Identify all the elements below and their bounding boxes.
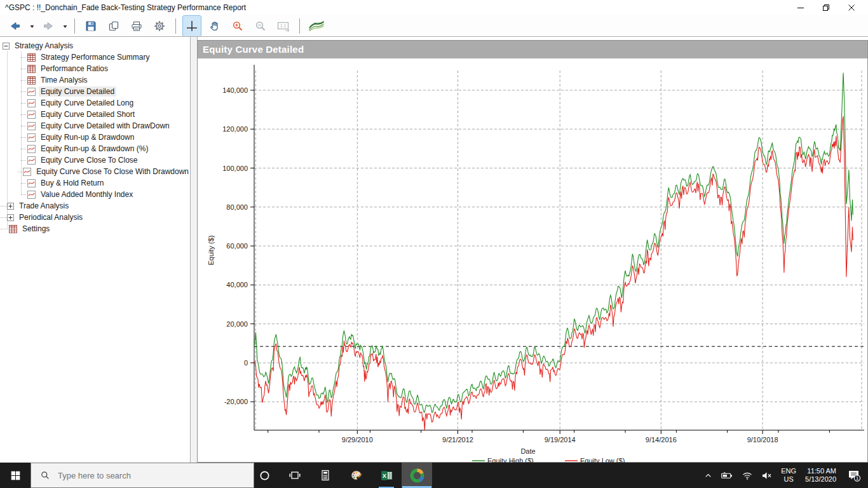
tray-language-switcher[interactable]: ENGUS xyxy=(776,467,801,484)
save-button[interactable] xyxy=(82,16,100,36)
svg-text:X: X xyxy=(382,472,386,479)
crosshair-icon xyxy=(185,19,199,33)
zoom-in-button[interactable] xyxy=(229,16,247,36)
tree-item-label: Value Added Monthly Index xyxy=(39,189,135,200)
tree-item-settings[interactable]: Settings xyxy=(0,223,191,234)
tree-item-label: Equity Curve Detailed xyxy=(39,86,116,97)
equity-curve-chart[interactable]: 140,000120,000100,00080,00060,00040,0002… xyxy=(198,58,867,463)
expand-icon[interactable] xyxy=(7,203,14,210)
tree-item-label: Equity Curve Detailed with DrawDown xyxy=(39,121,172,131)
minimize-icon xyxy=(797,4,804,11)
svg-text:120,000: 120,000 xyxy=(222,125,248,133)
tray-wifi-button[interactable] xyxy=(738,471,757,480)
tree-item-label: Equity Run-up & Drawdown xyxy=(39,132,136,142)
minimize-button[interactable] xyxy=(788,0,813,15)
table-icon xyxy=(27,65,36,73)
tree-item-equity-curve-close-to-close-with-drawdown[interactable]: Equity Curve Close To Close With Drawdow… xyxy=(0,166,191,177)
tree-item-equity-curve-detailed-long[interactable]: Equity Curve Detailed Long xyxy=(0,97,191,109)
svg-text:Date: Date xyxy=(520,447,535,455)
tree-item-trade-analysis[interactable]: Trade Analysis xyxy=(0,200,191,212)
collapse-icon[interactable] xyxy=(3,43,10,50)
tray-clock[interactable]: 11:50 AM5/13/2020 xyxy=(801,467,843,484)
chart-icon xyxy=(27,133,36,142)
tree-item-value-added-monthly-index[interactable]: Value Added Monthly Index xyxy=(0,189,191,200)
taskbar-excel-button[interactable]: X xyxy=(371,463,402,488)
zoom-in-icon xyxy=(231,20,244,32)
nav-forward-dropdown[interactable] xyxy=(60,16,69,36)
app-logo xyxy=(307,16,327,36)
tree-connector xyxy=(1,206,7,207)
chart-icon xyxy=(27,156,36,165)
tree-connector xyxy=(21,80,26,81)
tray-chevron-up-button[interactable] xyxy=(700,471,717,480)
restore-button[interactable] xyxy=(813,0,839,15)
svg-text:140,000: 140,000 xyxy=(222,86,248,94)
search-input[interactable] xyxy=(57,470,237,481)
svg-text:60,000: 60,000 xyxy=(226,242,248,250)
tree-item-equity-curve-detailed-with-drawdown[interactable]: Equity Curve Detailed with DrawDown xyxy=(0,120,191,132)
date-label: 5/13/2020 xyxy=(805,475,836,483)
tree-item-buy-hold-return[interactable]: Buy & Hold Return xyxy=(0,177,191,189)
copy-button[interactable] xyxy=(105,16,123,36)
taskbar-search[interactable] xyxy=(31,463,254,488)
close-button[interactable] xyxy=(839,0,864,15)
paint-icon xyxy=(349,469,363,482)
tree-item-performance-ratios[interactable]: Performance Ratios xyxy=(0,63,191,74)
tree-item-equity-curve-detailed-short[interactable]: Equity Curve Detailed Short xyxy=(0,109,191,120)
start-button[interactable] xyxy=(0,463,31,488)
hand-icon xyxy=(208,20,221,32)
tree-item-strategy-analysis[interactable]: Strategy Analysis xyxy=(0,40,191,51)
tree-item-equity-curve-detailed[interactable]: Equity Curve Detailed xyxy=(0,86,191,97)
tree-item-label: Time Analysis xyxy=(39,75,90,85)
tree-connector xyxy=(21,160,26,161)
svg-text:0: 0 xyxy=(244,359,248,367)
settings-button[interactable] xyxy=(151,16,168,36)
nav-back-button[interactable] xyxy=(6,16,24,36)
tree-connector xyxy=(21,103,26,104)
tree-connector xyxy=(1,217,7,218)
toolbar: 1:1 xyxy=(0,15,868,36)
svg-text:9/10/2018: 9/10/2018 xyxy=(747,436,778,444)
tree-item-equity-run-up-drawdown[interactable]: Equity Run-up & Drawdown (%) xyxy=(0,143,191,154)
chart-panel: Equity Curve Detailed 140,000120,000100,… xyxy=(197,40,868,463)
chart-title: Equity Curve Detailed xyxy=(198,41,867,58)
print-icon xyxy=(130,20,143,32)
toolbar-separator xyxy=(175,18,176,34)
table-icon xyxy=(27,53,36,62)
taskbar-cortana-button[interactable] xyxy=(249,463,280,488)
tree-item-periodical-analysis[interactable]: Periodical Analysis xyxy=(0,212,191,223)
svg-text:9/21/2012: 9/21/2012 xyxy=(442,436,473,444)
tray-battery-button[interactable] xyxy=(717,471,738,480)
nav-back-dropdown[interactable] xyxy=(27,16,36,36)
windows-logo-icon xyxy=(10,470,21,481)
tree-connector xyxy=(1,229,7,229)
tree-item-equity-run-up-drawdown[interactable]: Equity Run-up & Drawdown xyxy=(0,132,191,143)
tree-connector xyxy=(21,92,26,92)
tree-connector xyxy=(17,172,22,172)
tree-item-strategy-performance-summary[interactable]: Strategy Performance Summary xyxy=(0,51,191,63)
svg-text:9/19/2014: 9/19/2014 xyxy=(545,436,576,444)
notification-center-button[interactable]: 1 xyxy=(843,469,868,482)
crosshair-tool-button[interactable] xyxy=(183,16,201,36)
tree-item-label: Equity Curve Detailed Long xyxy=(39,98,135,108)
tray-volume-button[interactable] xyxy=(757,471,776,480)
taskbar-task-view-button[interactable] xyxy=(280,463,310,488)
taskbar-backtest-app-button[interactable] xyxy=(402,463,432,488)
content-area: Strategy AnalysisStrategy Performance Su… xyxy=(0,36,868,463)
svg-text:20,000: 20,000 xyxy=(226,320,248,328)
expand-icon[interactable] xyxy=(7,214,14,221)
title-bar: ^GSPC : !!_Donchain_Fade Back-Testing St… xyxy=(0,0,868,15)
taskbar-paint-button[interactable] xyxy=(341,463,371,488)
tree-item-equity-curve-close-to-close[interactable]: Equity Curve Close To Close xyxy=(0,154,191,166)
caret-down-icon xyxy=(62,21,68,31)
excel-icon: X xyxy=(380,469,393,482)
chart-icon xyxy=(27,191,36,199)
tree-connector xyxy=(21,57,26,58)
pan-tool-button[interactable] xyxy=(206,16,224,36)
tree-item-time-analysis[interactable]: Time Analysis xyxy=(0,74,191,86)
print-button[interactable] xyxy=(128,16,146,36)
tree-item-label: Settings xyxy=(20,224,51,234)
taskbar-calculator-button[interactable] xyxy=(310,463,341,488)
task-view-icon xyxy=(288,469,301,482)
app-logo-icon xyxy=(308,20,325,32)
